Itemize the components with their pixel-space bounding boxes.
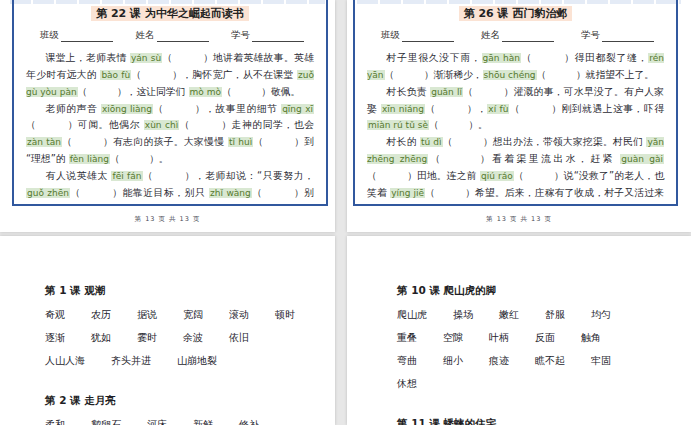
word-item: 犹如: [91, 331, 111, 345]
text-run: （ ），这让同学们: [78, 86, 189, 97]
pinyin-highlight: qiú ráo: [480, 171, 514, 181]
text-run: （ ），老师却说：“只要努力，: [143, 170, 314, 181]
word-item: 休想: [397, 377, 417, 391]
paragraph: 村长负责 guǎn lǐ（ ）灌溉的事，可水早没了。有户人家娶 xīn nián…: [367, 84, 664, 135]
word-item: 山崩地裂: [177, 354, 217, 368]
lesson-title: 第 22 课 为中华之崛起而读书: [26, 6, 314, 21]
paragraph: 村子里很久没下雨，gān hàn（ ）得田都裂了缝，rén yān（ ）渐渐稀少…: [367, 50, 664, 84]
exercise-paragraphs: 村子里很久没下雨，gān hàn（ ）得田都裂了缝，rén yān（ ）渐渐稀少…: [367, 50, 664, 206]
wordlist-page-lessons1-2[interactable]: 第 1 课 观潮奇观农历据说宽阔滚动顿时逐渐犹如霎时余波依旧人山人海齐头并进山崩…: [0, 236, 335, 425]
text-run: （ ），: [425, 103, 487, 114]
blank-line: [502, 31, 554, 42]
lesson-heading: 第 2 课 走月亮: [45, 394, 325, 408]
text-run: （ ），胸怀宽广，从不在课堂: [131, 69, 297, 80]
pinyin-highlight: bào fù: [100, 70, 131, 80]
word-row: 柔和鹅卵石河床新鲜修补: [45, 418, 325, 425]
page-footer: 第 13 页 共 13 页: [0, 215, 335, 224]
word-row: 休想: [397, 377, 677, 391]
text-run: （ ）想出办法，带领大家挖渠。村民们: [443, 136, 647, 147]
wordlist-page-lessons10-11[interactable]: 第 10 课 爬山虎的脚爬山虎操场嫩红舒服均匀重叠空隙叶柄反面触角弯曲细小痕迹瞧…: [347, 236, 691, 425]
text-run: 村子里很久没下雨，: [387, 52, 482, 63]
text-frame: 第 22 课 为中华之崛起而读书 班级 姓名 学号 课堂上，老师表情 yán s…: [12, 0, 328, 206]
text-run: 村长的: [387, 136, 420, 147]
word-item: 操场: [453, 308, 473, 322]
lesson-heading: 第 11 课 蟋蟀的住宅: [397, 417, 681, 425]
word-item: 空隙: [443, 331, 463, 345]
page-footer: 第 13 页 共 13 页: [347, 215, 691, 224]
name-field: 姓名: [481, 29, 554, 42]
student-info-row: 班级 姓名 学号: [40, 29, 304, 42]
word-item: 人山人海: [45, 354, 85, 368]
name-field: 姓名: [136, 29, 209, 42]
text-frame: 第 26 课 西门豹治邺 班级 姓名 学号 村子里很久没下雨，gān hàn（ …: [353, 0, 678, 206]
word-item: 痕迹: [489, 354, 509, 368]
word-item: 均匀: [591, 308, 611, 322]
word-item: 细小: [443, 354, 463, 368]
student-info-row: 班级 姓名 学号: [381, 29, 654, 42]
text-run: （ ）能靠近目标，别只: [70, 187, 209, 198]
class-field: 班级: [381, 29, 454, 42]
lesson-title: 第 26 课 西门豹治邺: [367, 6, 664, 21]
word-row: 逐渐犹如霎时余波依旧: [45, 331, 325, 345]
text-run: （ ）可闻。他偶尔: [26, 119, 144, 130]
lesson-heading: 第 1 课 观潮: [45, 284, 325, 298]
word-item: 重叠: [397, 331, 417, 345]
text-run: （ ）田地。连之前: [367, 170, 480, 181]
text-run: 老师的声音: [46, 103, 101, 114]
paragraph: 有人说英雄太 fēi fán（ ），老师却说：“只要努力，guǒ zhēn（ ）…: [26, 168, 314, 206]
word-item: 滚动: [229, 308, 249, 322]
pinyin-highlight: fēi fán: [111, 171, 142, 181]
pinyin-highlight: qīng xī: [281, 104, 314, 114]
pinyin-highlight: zàn tàn: [26, 137, 62, 147]
text-run: （ ）走神的同学，也会: [179, 119, 314, 130]
word-item: 牢固: [591, 354, 611, 368]
pinyin-highlight: shōu chéng: [483, 70, 537, 80]
pinyin-highlight: xiōng liàng: [101, 104, 153, 114]
pinyin-highlight: gān hàn: [482, 53, 521, 63]
pinyin-highlight: xí fù: [487, 104, 509, 114]
worksheet-page-lesson26[interactable]: 第 26 课 西门豹治邺 班级 姓名 学号 村子里很久没下雨，gān hàn（ …: [347, 0, 691, 232]
word-item: 奇观: [45, 308, 65, 322]
worksheet-page-lesson22[interactable]: 第 22 课 为中华之崛起而读书 班级 姓名 学号 课堂上，老师表情 yán s…: [0, 0, 335, 232]
word-row: 人山人海齐头并进山崩地裂: [45, 354, 325, 368]
lesson-heading: 第 10 课 爬山虎的脚: [397, 284, 681, 298]
text-run: 村长负责: [387, 86, 431, 97]
word-list-section: 第 1 课 观潮奇观农历据说宽阔滚动顿时逐渐犹如霎时余波依旧人山人海齐头并进山崩…: [45, 284, 325, 368]
pinyin-highlight: xīn niáng: [381, 104, 425, 114]
blank-line: [157, 31, 209, 42]
paragraph: 村长的 tú dì（ ）想出办法，带领大家挖渠。村民们 yǎn zhēng zh…: [367, 134, 664, 206]
text-run: （ ）。: [200, 204, 259, 206]
word-row: 奇观农历据说宽阔滚动顿时: [45, 308, 325, 322]
word-item: 爬山虎: [397, 308, 427, 322]
word-item: 据说: [137, 308, 157, 322]
word-item: 逐渐: [45, 331, 65, 345]
blank-line: [602, 31, 654, 42]
word-item: 叶柄: [489, 331, 509, 345]
word-item: 修补: [239, 418, 259, 425]
word-item: 河床: [147, 418, 167, 425]
pinyin-highlight: wàng huái: [152, 205, 201, 206]
word-lists: 第 10 课 爬山虎的脚爬山虎操场嫩红舒服均匀重叠空隙叶柄反面触角弯曲细小痕迹瞧…: [347, 236, 691, 425]
word-item: 新鲜: [193, 418, 213, 425]
word-item: 宽阔: [183, 308, 203, 322]
pinyin-highlight: yán sù: [130, 53, 162, 63]
text-run: （ ），故事里的细节: [153, 103, 281, 114]
pinyin-highlight: xùn chì: [144, 120, 179, 130]
pinyin-highlight: fèn liàng: [69, 154, 110, 164]
word-item: 霎时: [137, 331, 157, 345]
paragraph: 课堂上，老师表情 yán sù（ ）地讲着英雄故事。英雄年少时有远大的 bào …: [26, 50, 314, 101]
word-item: 余波: [183, 331, 203, 345]
word-row: 爬山虎操场嫩红舒服均匀: [397, 308, 677, 322]
student-id-field: 学号: [581, 29, 654, 42]
blank-line: [252, 31, 304, 42]
word-row: 弯曲细小痕迹瞧不起牢固: [397, 354, 677, 368]
pinyin-highlight: mò mò: [189, 87, 222, 97]
student-id-field: 学号: [231, 29, 304, 42]
blank-line: [61, 31, 113, 42]
pinyin-highlight: guǎn lǐ: [430, 87, 463, 97]
word-item: 柔和: [45, 418, 65, 425]
pinyin-highlight: tú dì: [420, 137, 443, 147]
blank-line: [402, 31, 454, 42]
text-run: （ ）看着渠里流出水，赶紧: [428, 153, 620, 164]
word-item: 齐头并进: [111, 354, 151, 368]
